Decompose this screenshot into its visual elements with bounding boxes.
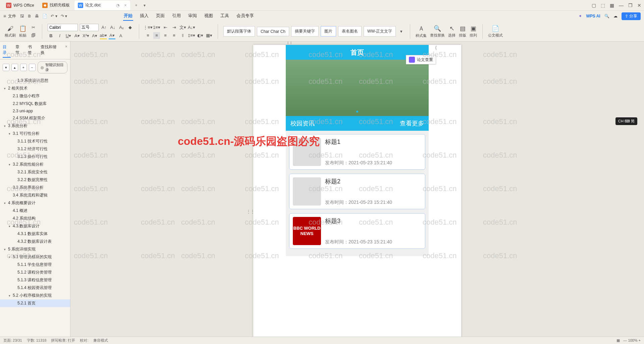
new-tab-button[interactable]: ＋: [131, 2, 141, 8]
status-mode[interactable]: 兼容模式: [93, 338, 108, 343]
outline-item[interactable]: 5.1.1 学生信息管理: [0, 261, 70, 269]
styles-button[interactable]: Ａ样式集: [416, 24, 427, 38]
outline-item[interactable]: 3.3 系统界面分析: [0, 184, 70, 191]
bullet-list-icon[interactable]: ⋮≡▾: [145, 24, 151, 31]
menu-icon[interactable]: ≡: [3, 13, 6, 19]
status-page[interactable]: 页面: 23/31: [3, 338, 22, 343]
align-right-icon[interactable]: ≡: [162, 32, 169, 39]
collapse-pane-icon[interactable]: ⟨: [435, 45, 437, 50]
tab-page[interactable]: 页面: [155, 11, 165, 21]
outline-item[interactable]: 5.2.1 首页: [0, 299, 70, 307]
layout-button[interactable]: ▤排版: [459, 25, 466, 38]
outline-item[interactable]: 5.1.2 课程分类管理: [0, 269, 70, 276]
cloud-icon[interactable]: ☁: [613, 14, 618, 18]
sort-icon[interactable]: A↓▾: [188, 24, 195, 31]
minimize-icon[interactable]: —: [619, 3, 624, 8]
outline-item[interactable]: 3.1.2 经济可行性: [0, 145, 70, 153]
align-left-icon[interactable]: ≡: [145, 32, 151, 39]
status-proofread[interactable]: 校对:: [80, 338, 88, 343]
view-mode-icon[interactable]: ▦: [616, 338, 620, 343]
align-justify-icon[interactable]: ≡: [171, 32, 177, 39]
close-icon[interactable]: ×: [124, 3, 126, 8]
zoom-control[interactable]: — 100% +: [623, 338, 641, 343]
size-select[interactable]: [80, 24, 99, 31]
outline-item[interactable]: ▾4.3.数据库设计: [0, 222, 70, 230]
print-icon[interactable]: 🖶: [35, 14, 39, 18]
style-more-icon[interactable]: ▾: [398, 28, 405, 35]
outline-item[interactable]: ▾2 相关技术: [0, 84, 70, 92]
outline-item[interactable]: 2.2 MYSQL 数据库: [0, 100, 70, 108]
underline-icon[interactable]: U▾: [65, 33, 72, 39]
style-body[interactable]: WW-正文文字: [364, 26, 396, 37]
strikethrough-icon[interactable]: A̶▾: [74, 33, 80, 39]
number-list-icon[interactable]: 1≡▾: [153, 24, 160, 31]
line-spacing-icon[interactable]: ‡≡▾: [188, 32, 195, 39]
superscript-icon[interactable]: X²▾: [83, 33, 89, 39]
font-color-icon[interactable]: A▾: [91, 33, 98, 39]
clear-format-icon[interactable]: Aᵪ: [118, 24, 125, 31]
distribute-icon[interactable]: ⫴: [179, 32, 186, 39]
status-spellcheck[interactable]: 拼写检查: 打开: [51, 338, 75, 343]
collapse-button[interactable]: ▾: [3, 64, 9, 71]
bold-icon[interactable]: B: [48, 33, 54, 39]
outline-item[interactable]: 3.1.3 操作可行性: [0, 153, 70, 161]
wps-ai-button[interactable]: WPS AI: [586, 14, 600, 18]
tab-vip[interactable]: 会员专享: [236, 11, 255, 21]
outline-item[interactable]: 1.3 系统设计思想: [0, 77, 70, 84]
outline-item[interactable]: ▾3 系统分析: [0, 122, 70, 130]
font-select[interactable]: [48, 24, 78, 31]
official-mode-button[interactable]: 📄公文模式: [488, 25, 503, 38]
outline-item[interactable]: ▾5.1 管理员模块的实现: [0, 253, 70, 261]
highlight-icon[interactable]: ab▾: [100, 33, 107, 39]
print-preview-icon[interactable]: 🗎: [28, 14, 32, 18]
expand-button[interactable]: ▴: [11, 64, 18, 71]
export-icon[interactable]: 📄: [42, 14, 47, 18]
search-icon[interactable]: 🔍: [604, 14, 609, 18]
outline-item[interactable]: 3.4 系统流程和逻辑: [0, 191, 70, 199]
outline-item[interactable]: 2.3 uni-app: [0, 108, 70, 114]
add-button[interactable]: +: [20, 64, 27, 71]
outline-item[interactable]: 3.2.1 系统安全性: [0, 168, 70, 176]
outline-item[interactable]: ▾3.1 可行性分析: [0, 130, 70, 137]
char-shading-icon[interactable]: A▾: [109, 33, 115, 39]
decrease-font-icon[interactable]: A↓: [109, 24, 116, 31]
window-tile-icon[interactable]: ▢: [592, 3, 596, 8]
outline-item[interactable]: 5.1.3 课程信息管理: [0, 276, 70, 284]
outline-item[interactable]: 3.2.2 数据完整性: [0, 176, 70, 184]
style-image[interactable]: 图片: [321, 26, 336, 37]
outline-item[interactable]: 3.1.1 技术可行性: [0, 137, 70, 145]
tab-menu-button[interactable]: ▾: [141, 3, 148, 8]
find-replace-button[interactable]: 🔍查找替换: [430, 25, 445, 38]
style-default-para[interactable]: 默认段落字体: [223, 26, 255, 37]
decrease-indent-icon[interactable]: ⇤: [162, 24, 169, 31]
undo-icon[interactable]: ↶ ▾: [51, 14, 57, 18]
outline-item[interactable]: 4.1 概述: [0, 207, 70, 215]
tab-pin-icon[interactable]: ◔: [116, 3, 119, 8]
tab-wps-office[interactable]: WWPS Office: [3, 1, 38, 10]
tab-view[interactable]: 视图: [204, 11, 214, 21]
outline-item[interactable]: ▾5 系统详细实现: [0, 245, 70, 253]
window-box-icon[interactable]: ⬚: [601, 3, 605, 8]
tab-start[interactable]: 开始: [123, 11, 133, 21]
tab-review[interactable]: 审阅: [187, 11, 198, 21]
nav-tab-find[interactable]: 查找和替换: [41, 43, 60, 58]
shading-icon[interactable]: ◐▾: [197, 32, 204, 39]
status-words[interactable]: 字数: 11318: [27, 338, 47, 343]
style-table-name[interactable]: 表名图名: [338, 26, 362, 37]
outline-item[interactable]: 2.1 微信小程序: [0, 92, 70, 100]
close-window-icon[interactable]: ✕: [637, 3, 641, 8]
paste-button[interactable]: 📋粘贴: [19, 25, 26, 38]
char-border-icon[interactable]: A: [117, 33, 124, 39]
increase-font-icon[interactable]: A↑: [101, 24, 107, 31]
select-button[interactable]: ↖选择: [448, 25, 455, 38]
nav-tab-bookmark[interactable]: 书签: [28, 43, 36, 58]
italic-icon[interactable]: I: [56, 33, 63, 39]
nav-tab-outline[interactable]: 目录: [3, 43, 11, 58]
smart-outline-button[interactable]: ◎智能识别目录: [38, 61, 68, 73]
outline-item[interactable]: ▾4 系统概要设计: [0, 199, 70, 207]
tab-reference[interactable]: 引用: [171, 11, 181, 21]
outline-item[interactable]: ▾5.2 小程序模块的实现: [0, 292, 70, 299]
document-area[interactable]: ⋮⋮ 首页 校园资讯 查看更多 标题1发布时间：2021-05-23 15:21…: [70, 42, 644, 337]
outline-item[interactable]: 2.4 SSM 框架简介: [0, 114, 70, 122]
nav-tab-chapter[interactable]: 章节: [15, 43, 23, 58]
